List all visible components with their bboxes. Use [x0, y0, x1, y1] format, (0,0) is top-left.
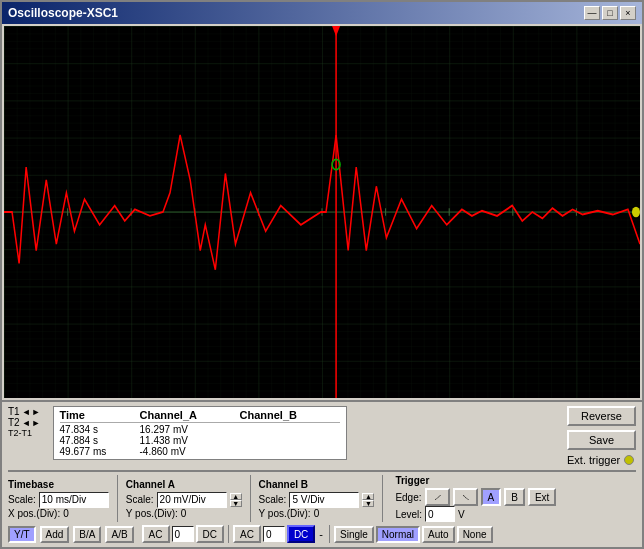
- maximize-button[interactable]: □: [602, 6, 618, 20]
- chb-dc-button[interactable]: DC: [287, 525, 315, 543]
- t2t1-label: T2-T1: [8, 428, 32, 438]
- chb-spin-up[interactable]: ▲: [362, 493, 374, 500]
- t2-row: T2 ◄ ►: [8, 417, 41, 428]
- meas-header: Time Channel_A Channel_B: [60, 409, 340, 423]
- trigger-ext-button[interactable]: Ext: [528, 488, 556, 506]
- ext-trigger: Ext. trigger: [567, 454, 636, 466]
- t1-cha: 16.297 mV: [140, 424, 240, 435]
- save-button[interactable]: Save: [567, 430, 636, 450]
- t2-label: T2: [8, 417, 20, 428]
- t1-left-arrow[interactable]: ◄: [22, 407, 31, 417]
- trigger-mode-buttons: Single Normal Auto None: [334, 526, 493, 543]
- chb-ac-button[interactable]: AC: [233, 525, 261, 543]
- close-button[interactable]: ×: [620, 6, 636, 20]
- timebase-content: Scale: 10 ms/Div: [8, 492, 109, 508]
- header-ch-b: Channel_B: [240, 409, 340, 421]
- t2-right-arrow[interactable]: ►: [32, 418, 41, 428]
- reverse-button[interactable]: Reverse: [567, 406, 636, 426]
- measurements-table: Time Channel_A Channel_B 47.834 s 16.297…: [53, 406, 347, 460]
- t2t1-chb: [240, 446, 340, 457]
- channel-a-group: Channel A Scale: 20 mV/Div ▲ ▼ Y pos.(Di…: [126, 479, 242, 519]
- level-label: Level:: [395, 509, 422, 520]
- t2-cha: 11.438 mV: [140, 435, 240, 446]
- timebase-scale-value[interactable]: 10 ms/Div: [39, 492, 109, 508]
- trigger-level-value[interactable]: 0: [425, 506, 455, 522]
- cha-spin-up[interactable]: ▲: [230, 493, 242, 500]
- header-time: Time: [60, 409, 140, 421]
- header-ch-a: Channel_A: [140, 409, 240, 421]
- cha-scale-value[interactable]: 20 mV/Div: [157, 492, 227, 508]
- cha-spin-down[interactable]: ▼: [230, 500, 242, 507]
- trigger-edge: Edge: ⟋ ⟍ A B Ext: [395, 488, 556, 506]
- waveform-display: [4, 26, 640, 398]
- t1-label: T1: [8, 406, 20, 417]
- edge-rising-button[interactable]: ⟋: [425, 488, 450, 506]
- t1-row: T1 ◄ ►: [8, 406, 41, 417]
- controls-area: T1 ◄ ► T2 ◄ ► T2-T1: [2, 400, 642, 547]
- level-unit: V: [458, 509, 465, 520]
- edge-label: Edge:: [395, 492, 421, 503]
- meas-row-t2: 47.884 s 11.438 mV: [60, 435, 340, 446]
- t-labels: T1 ◄ ► T2 ◄ ► T2-T1: [8, 406, 41, 438]
- t2t1-time: 49.677 ms: [60, 446, 140, 457]
- chb-spin-down[interactable]: ▼: [362, 500, 374, 507]
- cha-dc-button[interactable]: DC: [196, 525, 224, 543]
- normal-button[interactable]: Normal: [376, 526, 420, 543]
- meas-row-t2t1: 49.677 ms -4.860 mV: [60, 446, 340, 457]
- cha-zero-val[interactable]: 0: [172, 526, 194, 542]
- trigger-group: Trigger Edge: ⟋ ⟍ A B Ext Level:: [395, 475, 556, 522]
- meas-row-t1: 47.834 s 16.297 mV: [60, 424, 340, 435]
- channel-b-scale: Scale: 5 V/Div ▲ ▼: [259, 492, 375, 508]
- trigger-level: Level: 0 V: [395, 506, 556, 522]
- chb-ypos-label: Y pos.(Div):: [259, 508, 311, 519]
- channel-b-group: Channel B Scale: 5 V/Div ▲ ▼ Y pos.(Div)…: [259, 479, 375, 519]
- xpos-label: X pos.(Div):: [8, 508, 60, 519]
- sep1: [117, 475, 118, 522]
- single-button[interactable]: Single: [334, 526, 374, 543]
- t2t1-cha: -4.860 mV: [140, 446, 240, 457]
- channel-a-label: Channel A: [126, 479, 242, 490]
- cha-spinbox: ▲ ▼: [230, 493, 242, 507]
- bottom-controls: Timebase Scale: 10 ms/Div X pos.(Div): 0…: [8, 475, 636, 522]
- window-title: Oscilloscope-XSC1: [8, 6, 118, 20]
- ext-trigger-label: Ext. trigger: [567, 454, 620, 466]
- chb-scale-value[interactable]: 5 V/Div: [289, 492, 359, 508]
- coupling-sep: [228, 525, 229, 543]
- auto-button[interactable]: Auto: [422, 526, 455, 543]
- t2-arrows: ◄ ►: [22, 418, 41, 428]
- ba-mode-button[interactable]: B/A: [73, 526, 101, 543]
- edge-falling-button[interactable]: ⟍: [453, 488, 478, 506]
- title-controls: — □ ×: [584, 6, 636, 20]
- sep3: [382, 475, 383, 522]
- channel-b-label: Channel B: [259, 479, 375, 490]
- chb-zero-val[interactable]: 0: [263, 526, 285, 542]
- chb-spinbox: ▲ ▼: [362, 493, 374, 507]
- svg-point-16: [632, 207, 640, 217]
- ext-trigger-indicator: [624, 455, 634, 465]
- t2t1-row: T2-T1: [8, 428, 41, 438]
- trigger-mode-sep: [329, 525, 330, 543]
- cha-ac-button[interactable]: AC: [142, 525, 170, 543]
- t2-left-arrow[interactable]: ◄: [22, 418, 31, 428]
- t1-arrows: ◄ ►: [22, 407, 41, 417]
- xpos-value: 0: [63, 508, 69, 519]
- t2-chb: [240, 435, 340, 446]
- ab-mode-button[interactable]: A/B: [105, 526, 133, 543]
- trigger-a-button[interactable]: A: [481, 488, 502, 506]
- t1-right-arrow[interactable]: ►: [32, 407, 41, 417]
- trigger-b-button[interactable]: B: [504, 488, 525, 506]
- right-buttons: Reverse Save Ext. trigger: [567, 406, 636, 466]
- measurements-row: T1 ◄ ► T2 ◄ ► T2-T1: [8, 406, 636, 466]
- cha-coupling: AC 0 DC: [142, 525, 224, 543]
- add-mode-button[interactable]: Add: [40, 526, 70, 543]
- timebase-xpos: X pos.(Div): 0: [8, 508, 109, 519]
- timebase-label: Timebase: [8, 479, 109, 490]
- minimize-button[interactable]: —: [584, 6, 600, 20]
- cha-ypos-value: 0: [181, 508, 187, 519]
- none-button[interactable]: None: [457, 526, 493, 543]
- t1-chb: [240, 424, 340, 435]
- timebase-group: Timebase Scale: 10 ms/Div X pos.(Div): 0: [8, 479, 109, 519]
- yt-mode-button[interactable]: Y/T: [8, 526, 36, 543]
- sep2: [250, 475, 251, 522]
- channel-a-scale: Scale: 20 mV/Div ▲ ▼: [126, 492, 242, 508]
